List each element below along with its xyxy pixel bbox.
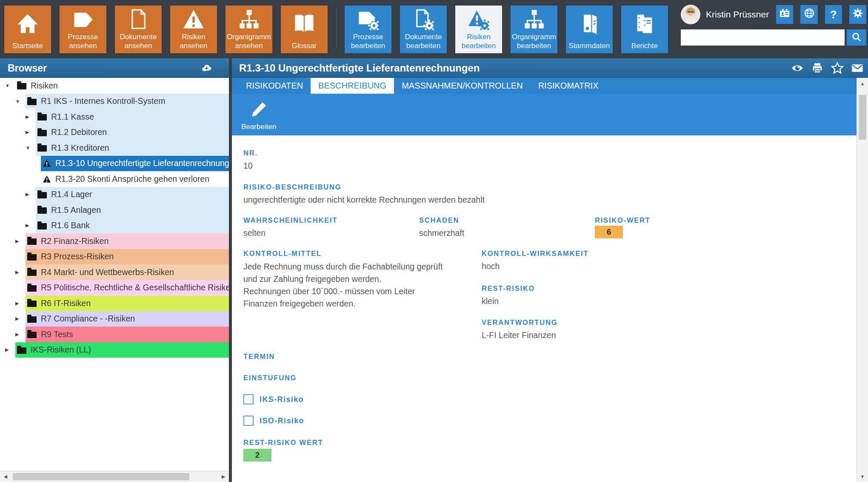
page-title: R1.3-10 Ungerechtfertigte Lieferantenrec…: [232, 58, 868, 78]
tree-item-r9[interactable]: ▶ R9 Tests: [0, 327, 229, 342]
iso-risiko-checkbox[interactable]: [243, 416, 254, 426]
search-input[interactable]: [681, 29, 845, 46]
print-icon[interactable]: [811, 62, 824, 75]
nav-stammdaten-button[interactable]: Stammdaten: [566, 6, 613, 53]
risiko-beschreibung-value: ungerechtfertigte oder nicht korrekte Re…: [243, 195, 485, 205]
tree-item-r3[interactable]: R3 Prozess-Risiken: [0, 249, 229, 265]
tree-item-r5[interactable]: R5 Politische, Rechtliche & Gesellschaft…: [0, 280, 229, 296]
language-button[interactable]: [800, 5, 817, 24]
tree-item-risiken[interactable]: ▼ Risiken: [0, 78, 229, 94]
scroll-up-icon[interactable]: ▲: [857, 78, 868, 89]
book-icon: [281, 6, 328, 41]
content-header: R1.3-10 Ungerechtfertigte Lieferantenrec…: [232, 58, 868, 78]
nav-risiken-ansehen-button[interactable]: Risiken ansehen: [170, 6, 217, 53]
nav-dokumente-ansehen-button[interactable]: Dokumente ansehen: [115, 6, 162, 53]
rest-risiko-wert-label: REST-RISIKO WERT: [243, 439, 323, 447]
scroll-left-icon[interactable]: ◀: [0, 471, 11, 482]
orgchart-edit-icon: [511, 6, 557, 32]
vertical-scrollbar-thumb[interactable]: [859, 95, 866, 140]
tab-risikodaten[interactable]: RISIKODATEN: [238, 78, 311, 94]
scroll-right-icon[interactable]: ▶: [218, 471, 229, 482]
favorite-star-icon[interactable]: [831, 62, 844, 75]
app-window: Startseite Prozesse ansehen Dokumente an…: [0, 0, 868, 482]
tree-item-r1-3-20[interactable]: R1.3-20 Skonti Ansprüche gehen verloren: [0, 171, 229, 187]
tree-item-r1-1[interactable]: ▶ R1.1 Kasse: [0, 109, 229, 125]
browser-panel-header: Browser: [0, 58, 229, 78]
eye-icon[interactable]: [791, 62, 804, 75]
tab-beschreibung[interactable]: BESCHREIBUNG: [311, 78, 394, 94]
expander-open-icon[interactable]: ▼: [5, 83, 15, 88]
help-button[interactable]: ?: [825, 5, 842, 24]
expander-closed-icon[interactable]: ▶: [15, 270, 26, 275]
folder-icon: [27, 332, 37, 338]
tree-item-r1[interactable]: ▼ R1 IKS - Internes Kontroll-System: [0, 94, 229, 109]
nav-dokumente-bearbeiten-button[interactable]: Dokumente bearbeiten: [400, 6, 447, 53]
tree-item-r1-4[interactable]: ▶ R1.4 Lager: [0, 187, 229, 203]
tree-item-r1-6[interactable]: ▶ R1.6 Bank: [0, 218, 229, 234]
orgchart-icon: [226, 6, 272, 32]
user-area: Kristin Prüssner ?: [681, 4, 866, 46]
expander-closed-icon[interactable]: ▶: [26, 129, 36, 135]
tab-risikomatrix[interactable]: RISIKOMATRIX: [531, 78, 606, 94]
expander-closed-icon[interactable]: ▶: [15, 301, 26, 306]
rest-risiko-label: REST-RISIKO: [482, 284, 535, 293]
profile-card-button[interactable]: [776, 5, 793, 24]
process-edit-icon: [345, 6, 391, 32]
search-button[interactable]: [847, 29, 866, 46]
scroll-down-icon[interactable]: ▼: [857, 471, 868, 482]
expander-closed-icon[interactable]: ▶: [26, 114, 36, 120]
settings-button[interactable]: [849, 5, 866, 24]
iks-risiko-checkbox[interactable]: [243, 394, 254, 405]
nav-organigramm-ansehen-button[interactable]: Organigramm ansehen: [226, 6, 272, 53]
folder-icon: [37, 207, 47, 214]
tree-item-r1-5[interactable]: R1.5 Anlagen: [0, 202, 229, 218]
content-panel: R1.3-10 Ungerechtfertigte Lieferantenrec…: [232, 58, 868, 482]
risiko-beschreibung-label: RISIKO-BESCHREIBUNG: [243, 183, 341, 191]
nav-organigramm-bearbeiten-button[interactable]: Organigramm bearbeiten: [511, 6, 557, 53]
nav-prozesse-bearbeiten-button[interactable]: Prozesse bearbeiten: [345, 6, 391, 53]
expander-closed-icon[interactable]: ▶: [26, 192, 36, 197]
tree-item-r1-2[interactable]: ▶ R1.2 Debitoren: [0, 125, 229, 141]
kontroll-mittel-label: KONTROLL-MITTEL: [243, 250, 322, 258]
nav-startseite-button[interactable]: Startseite: [4, 6, 51, 53]
vertical-scrollbar[interactable]: ▲ ▼: [857, 78, 868, 482]
tree-item-r4[interactable]: ▶ R4 Markt- und Wettbewerbs-Risiken: [0, 264, 229, 280]
user-name: Kristin Prüssner: [706, 9, 769, 20]
horizontal-scrollbar[interactable]: ◀ ▶: [0, 471, 229, 482]
report-icon: [621, 6, 668, 41]
expander-closed-icon[interactable]: ▶: [26, 223, 36, 228]
edit-button[interactable]: Bearbeiten: [238, 96, 279, 133]
field-area: NR. 10 RISIKO-BESCHREIBUNG ungerechtfert…: [232, 135, 857, 482]
binder-icon: [566, 6, 613, 41]
horizontal-scrollbar-thumb[interactable]: [13, 473, 189, 480]
tree-item-iks-risiken-ll[interactable]: ▶ IKS-Risiken (LL): [0, 342, 229, 358]
tree-item-r2[interactable]: ▶ R2 Finanz-Risiken: [0, 233, 229, 249]
tab-massnahmen-kontrollen[interactable]: MASSNAHMEN/KONTROLLEN: [394, 78, 531, 94]
cloud-download-icon[interactable]: [201, 63, 212, 74]
expander-open-icon[interactable]: ▼: [15, 99, 26, 104]
tree-item-r7[interactable]: ▶ R7 Compliance - -Risiken: [0, 311, 229, 327]
iso-risiko-checkbox-row[interactable]: ISO-Risiko: [243, 416, 304, 426]
avatar[interactable]: [681, 5, 700, 24]
nav-prozesse-ansehen-button[interactable]: Prozesse ansehen: [60, 6, 106, 53]
nav-glossar-button[interactable]: Glossar: [281, 6, 328, 53]
expander-closed-icon[interactable]: ▶: [15, 332, 26, 337]
nav-risiken-bearbeiten-button[interactable]: Risiken bearbeiten: [455, 6, 502, 53]
folder-icon: [27, 254, 37, 261]
tree-item-r1-3[interactable]: ▼ R1.3 Kreditoren: [0, 140, 229, 156]
expander-closed-icon[interactable]: ▶: [5, 347, 15, 353]
warning-triangle-icon: [43, 175, 51, 183]
tree-item-r6[interactable]: ▶ R6 IT-Risiken: [0, 296, 229, 311]
nav-berichte-button[interactable]: Berichte: [621, 6, 668, 53]
folder-icon: [27, 99, 37, 105]
risk-tree: ▼ Risiken ▼ R1 IKS - Internes Kontroll-S…: [0, 78, 229, 471]
risiko-wert-badge: 6: [595, 226, 623, 238]
expander-closed-icon[interactable]: ▶: [15, 316, 26, 321]
tree-item-r1-3-10-selected[interactable]: R1.3-10 Ungerechtfertigte Lieferantenrec…: [0, 156, 229, 172]
expander-open-icon[interactable]: ▼: [26, 145, 36, 150]
risiko-wert-label: RISIKO-WERT: [595, 216, 651, 224]
kontroll-wirksamkeit-label: KONTROLL-WIRKSAMKEIT: [482, 250, 588, 258]
mail-icon[interactable]: [851, 62, 864, 75]
expander-closed-icon[interactable]: ▶: [15, 238, 26, 244]
iks-risiko-checkbox-row[interactable]: IKS-Risiko: [243, 394, 304, 405]
